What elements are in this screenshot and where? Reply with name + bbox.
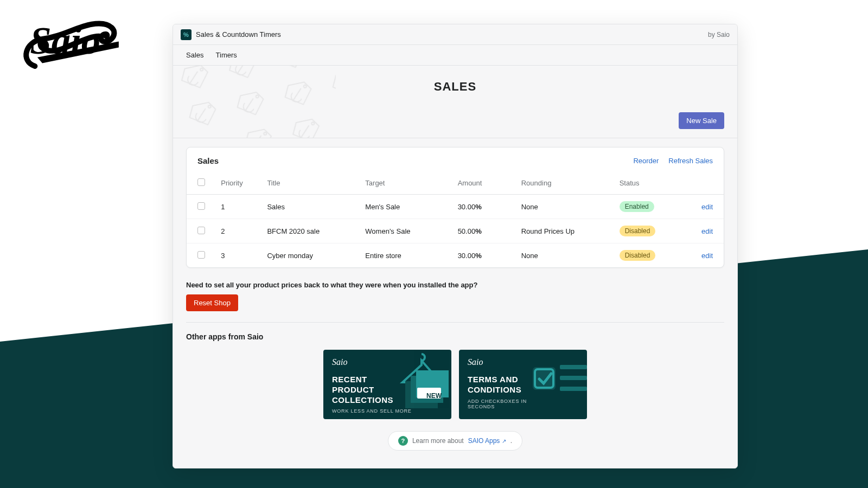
svg-rect-11 xyxy=(560,387,587,391)
cell-rounding: None xyxy=(516,195,614,219)
promo-subtitle: ADD CHECKBOXES IN SECONDS xyxy=(468,399,527,409)
cell-priority: 1 xyxy=(215,195,261,219)
learn-more-pill: ? Learn more about SAIO Apps ↗ . xyxy=(388,431,522,451)
app-title: Sales & Countdown Timers xyxy=(196,30,281,38)
promo-terms-and-conditions[interactable]: Saio TERMS AND CONDITIONS ADD CHECKBOXES… xyxy=(459,350,587,419)
cell-status: Disabled xyxy=(614,219,689,243)
col-amount: Amount xyxy=(452,172,516,195)
sales-table: Priority Title Target Amount Rounding St… xyxy=(187,172,724,267)
col-status: Status xyxy=(614,172,689,195)
tab-sales[interactable]: Sales xyxy=(186,51,204,59)
row-checkbox[interactable] xyxy=(197,202,205,210)
cell-status: Enabled xyxy=(614,195,689,219)
col-priority: Priority xyxy=(215,172,261,195)
cell-target: Men's Sale xyxy=(360,195,452,219)
row-checkbox[interactable] xyxy=(197,227,205,234)
cell-status: Disabled xyxy=(614,243,689,268)
cell-target: Women's Sale xyxy=(360,219,452,243)
svg-text:Saio: Saio xyxy=(30,20,100,62)
cell-rounding: None xyxy=(516,243,614,268)
svg-rect-4 xyxy=(173,66,336,138)
col-target: Target xyxy=(360,172,452,195)
status-badge: Enabled xyxy=(620,201,654,212)
cell-rounding: Round Prices Up xyxy=(516,219,614,243)
promo-recent-product-collections[interactable]: NEW Saio RECENT PRODUCT COLLECTIONS WORK… xyxy=(323,350,451,419)
learn-more-suffix: . xyxy=(510,437,512,445)
cell-title: BFCM 2020 sale xyxy=(261,219,360,243)
table-row: 2BFCM 2020 saleWomen's Sale50.00%Round P… xyxy=(187,219,724,243)
reset-shop-button[interactable]: Reset Shop xyxy=(186,294,238,311)
app-by-label: by Saio xyxy=(708,31,730,38)
edit-link[interactable]: edit xyxy=(701,252,713,260)
row-checkbox[interactable] xyxy=(197,251,205,259)
cell-target: Entire store xyxy=(360,243,452,268)
svg-rect-9 xyxy=(560,365,587,369)
sales-card: Sales Reorder Refresh Sales Priority Tit… xyxy=(186,147,724,268)
page-title: SALES xyxy=(434,80,476,94)
other-apps-heading: Other apps from Saio xyxy=(186,332,724,341)
saio-apps-link[interactable]: SAIO Apps ↗ xyxy=(468,437,506,445)
status-badge: Disabled xyxy=(620,226,656,236)
other-apps-section: Other apps from Saio NEW Saio REC xyxy=(186,323,724,451)
table-row: 1SalesMen's Sale30.00%NoneEnablededit xyxy=(187,195,724,219)
app-logo-badge: % xyxy=(181,29,192,40)
learn-more-prefix: Learn more about xyxy=(412,437,464,445)
sub-nav: Sales Timers xyxy=(173,45,737,66)
cell-priority: 2 xyxy=(215,219,261,243)
cell-amount: 30.00% xyxy=(452,243,516,268)
edit-link[interactable]: edit xyxy=(701,227,713,235)
status-badge: Disabled xyxy=(620,250,656,261)
cell-title: Cyber monday xyxy=(261,243,360,268)
hero-pattern xyxy=(173,66,336,138)
hero-banner: SALES New Sale xyxy=(173,66,737,138)
app-window: % Sales & Countdown Timers by Saio Sales… xyxy=(173,24,738,468)
cell-amount: 30.00% xyxy=(452,195,516,219)
external-link-icon: ↗ xyxy=(502,438,506,444)
promo-tag: NEW xyxy=(426,392,442,400)
svg-rect-10 xyxy=(560,376,587,380)
promo-title: TERMS AND CONDITIONS xyxy=(468,375,533,395)
table-row: 3Cyber mondayEntire store30.00%NoneDisab… xyxy=(187,243,724,268)
col-title: Title xyxy=(261,172,360,195)
promo-subtitle: WORK LESS AND SELL MORE xyxy=(332,408,443,414)
reorder-button[interactable]: Reorder xyxy=(633,157,659,165)
reset-prompt: Need to set all your product prices back… xyxy=(186,281,724,289)
help-icon: ? xyxy=(398,436,408,446)
cell-amount: 50.00% xyxy=(452,219,516,243)
reset-section: Need to set all your product prices back… xyxy=(186,278,724,323)
edit-link[interactable]: edit xyxy=(701,203,713,211)
app-header: % Sales & Countdown Timers by Saio xyxy=(173,24,737,45)
select-all-checkbox[interactable] xyxy=(197,178,205,186)
sales-card-title: Sales xyxy=(197,156,219,165)
new-sale-button[interactable]: New Sale xyxy=(679,112,724,129)
refresh-sales-button[interactable]: Refresh Sales xyxy=(668,157,713,165)
col-rounding: Rounding xyxy=(516,172,614,195)
cell-priority: 3 xyxy=(215,243,261,268)
saio-logo: Saio xyxy=(15,12,124,81)
tab-timers[interactable]: Timers xyxy=(216,51,237,59)
checkbox-list-icon xyxy=(527,361,587,419)
cell-title: Sales xyxy=(261,195,360,219)
